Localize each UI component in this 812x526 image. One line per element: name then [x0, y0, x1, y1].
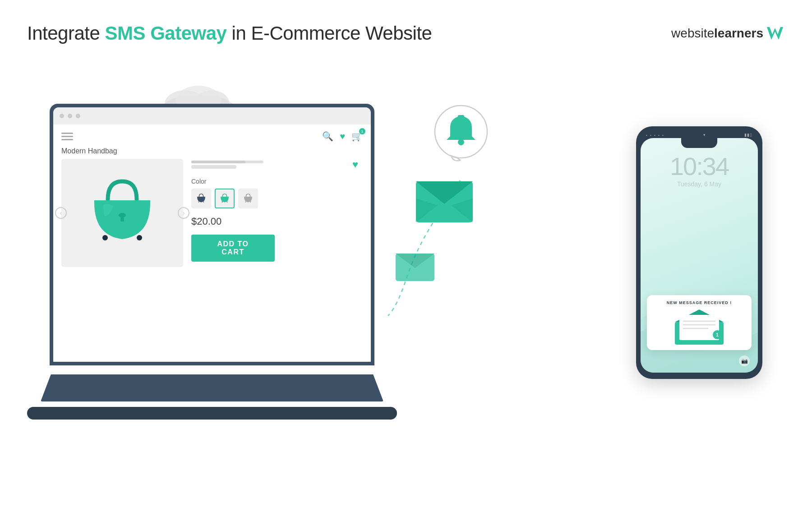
svg-point-8	[137, 235, 142, 240]
phone-status-bar: • • • • • ▾ ▮▮▯	[641, 131, 758, 137]
notification-title: NEW MESSAGE RECEIVED !	[652, 300, 746, 305]
header: Integrate SMS Gateway in E-Commerce Webs…	[27, 23, 785, 44]
svg-point-16	[458, 139, 464, 145]
search-icon[interactable]: 🔍	[322, 131, 333, 142]
phone-body: • • • • • ▾ ▮▮▯ 10:34 Tuesday, 6 May NEW…	[636, 126, 762, 379]
laptop-screen-inner: 🔍 ♥ 🛒 1 Modern Handbag ‹	[53, 107, 371, 362]
color-options	[191, 189, 363, 208]
wifi-icon: ▾	[703, 133, 706, 137]
color-swatch-teal[interactable]	[215, 189, 235, 208]
hamburger-menu[interactable]	[61, 133, 73, 140]
phone-dots: • • • • •	[646, 133, 664, 137]
wishlist-icon[interactable]: ♥	[340, 131, 345, 142]
svg-text:1: 1	[716, 332, 719, 337]
product-area: ‹	[61, 159, 363, 267]
prev-arrow[interactable]: ‹	[55, 207, 67, 219]
phone-illustration: • • • • • ▾ ▮▮▯ 10:34 Tuesday, 6 May NEW…	[636, 126, 762, 379]
rating-bar	[191, 161, 263, 163]
page-title: Integrate SMS Gateway in E-Commerce Webs…	[27, 23, 432, 44]
envelope-large	[415, 180, 474, 225]
rating-fill	[191, 161, 245, 163]
website-content: 🔍 ♥ 🛒 1 Modern Handbag ‹	[53, 125, 371, 362]
product-price: $20.00	[191, 216, 363, 227]
nav-bar: 🔍 ♥ 🛒 1	[61, 131, 363, 142]
laptop-illustration: 🔍 ♥ 🛒 1 Modern Handbag ‹	[41, 104, 383, 429]
svg-rect-6	[120, 215, 124, 221]
handbag-image	[77, 172, 167, 254]
add-to-cart-button[interactable]: ADD TO CART	[191, 235, 275, 262]
svg-point-11	[222, 202, 223, 203]
favorite-icon[interactable]: ♥	[352, 159, 358, 171]
browser-dot-green	[76, 114, 80, 118]
phone-time: 10:34	[641, 152, 758, 180]
color-label: Color	[191, 178, 363, 185]
camera-icon: 📷	[739, 355, 750, 366]
product-details: ♥ Color	[191, 159, 363, 262]
color-swatch-dark[interactable]	[191, 189, 211, 208]
svg-point-13	[245, 202, 246, 203]
browser-dot-yellow	[68, 114, 72, 118]
svg-point-14	[250, 202, 251, 203]
product-title: Modern Handbag	[61, 147, 363, 155]
logo-text: websitelearners	[671, 26, 763, 41]
color-swatch-gray[interactable]	[238, 189, 258, 208]
open-envelope: 1	[652, 309, 746, 345]
logo: websitelearners	[671, 23, 785, 43]
product-image: ‹	[61, 159, 183, 267]
phone-notch	[681, 138, 717, 148]
product-desc-bar	[191, 165, 236, 169]
laptop-foot	[27, 407, 397, 420]
logo-icon	[765, 23, 785, 43]
svg-rect-17	[458, 115, 464, 118]
notification-card: NEW MESSAGE RECEIVED !	[647, 295, 752, 350]
phone-date: Tuesday, 6 May	[641, 180, 758, 188]
svg-point-12	[227, 202, 228, 203]
cart-badge[interactable]: 🛒 1	[351, 131, 363, 142]
browser-bar	[53, 107, 371, 125]
svg-point-7	[102, 235, 108, 240]
laptop-base	[41, 374, 383, 401]
svg-point-9	[198, 202, 199, 203]
cart-count: 1	[359, 128, 365, 134]
svg-point-10	[203, 202, 204, 203]
svg-marker-0	[767, 27, 783, 40]
phone-screen: 10:34 Tuesday, 6 May NEW MESSAGE RECEIVE…	[641, 138, 758, 373]
laptop-screen: 🔍 ♥ 🛒 1 Modern Handbag ‹	[50, 104, 374, 365]
battery-icon: ▮▮▯	[744, 133, 752, 137]
nav-icons: 🔍 ♥ 🛒 1	[322, 131, 363, 142]
notification-bubble	[429, 104, 492, 162]
next-arrow[interactable]: ›	[178, 207, 189, 219]
browser-dot-red	[60, 114, 64, 118]
envelope-small	[395, 253, 435, 284]
